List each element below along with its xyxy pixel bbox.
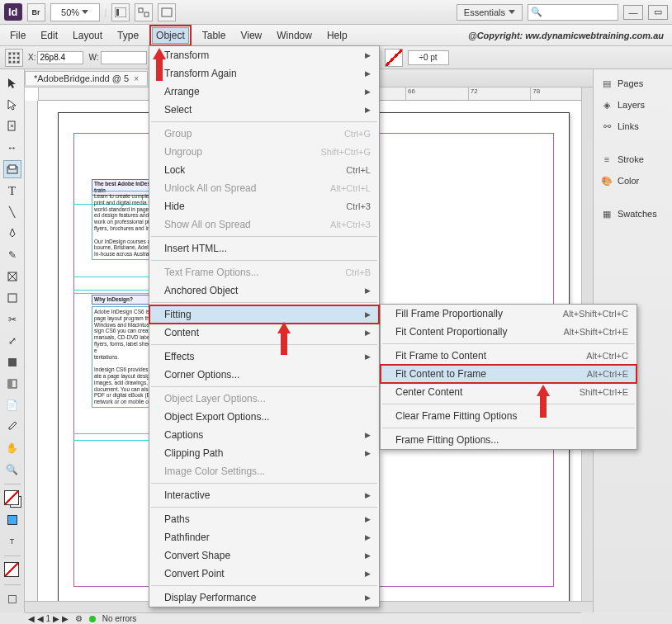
- color-panel-button[interactable]: 🎨Color: [597, 172, 669, 190]
- content-collector-tool[interactable]: [3, 160, 21, 178]
- menu-item-fit-content-proportionally[interactable]: Fit Content ProportionallyAlt+Shift+Ctrl…: [381, 323, 637, 341]
- menu-type[interactable]: Type: [116, 27, 140, 44]
- line-tool[interactable]: ╲: [3, 203, 21, 221]
- svg-rect-4: [162, 8, 172, 17]
- x-input[interactable]: [37, 51, 83, 64]
- menu-item-convert-shape[interactable]: Convert Shape▶: [149, 546, 379, 565]
- menu-item-label: Select: [164, 104, 192, 116]
- minimize-button[interactable]: —: [623, 5, 643, 20]
- gradient-swatch-tool[interactable]: [3, 353, 21, 371]
- menu-view[interactable]: View: [239, 27, 263, 44]
- pencil-tool[interactable]: ✎: [3, 246, 21, 264]
- menu-item-select[interactable]: Select▶: [149, 101, 379, 119]
- menu-edit[interactable]: Edit: [39, 27, 59, 44]
- menu-layout[interactable]: Layout: [71, 27, 104, 44]
- submenu-arrow-icon: ▶: [365, 310, 371, 319]
- menu-item-show-all-on-spread: Show All on SpreadAlt+Ctrl+3: [149, 215, 379, 234]
- menu-item-label: Text Frame Options...: [164, 267, 259, 278]
- divider: [4, 584, 21, 585]
- gradient-feather-tool[interactable]: [3, 375, 21, 393]
- menu-item-captions[interactable]: Captions▶: [149, 426, 379, 444]
- menu-item-insert-html[interactable]: Insert HTML...: [149, 239, 379, 258]
- x-label: X:: [28, 53, 35, 62]
- swatches-panel-button[interactable]: ▦Swatches: [597, 205, 669, 223]
- rectangle-tool[interactable]: [3, 289, 21, 307]
- menu-item-label: Transform: [164, 50, 209, 61]
- page-tool[interactable]: [3, 117, 21, 135]
- rectangle-frame-tool[interactable]: [3, 267, 21, 286]
- zoom-dropdown[interactable]: 50%: [50, 3, 100, 21]
- reference-point-icon[interactable]: [5, 49, 23, 67]
- selection-tool[interactable]: [3, 74, 21, 92]
- menu-item-transform-again[interactable]: Transform Again▶: [149, 64, 379, 83]
- status-bar: ◀ ◀ 1 ▶ ▶ ⚙ No errors: [25, 612, 581, 624]
- menu-file[interactable]: File: [8, 27, 27, 44]
- menu-item-object-export-options[interactable]: Object Export Options...: [149, 408, 379, 426]
- maximize-button[interactable]: ▭: [648, 5, 668, 20]
- direct-selection-tool[interactable]: [3, 96, 21, 114]
- fill-none-swatch[interactable]: [385, 49, 403, 67]
- menu-item-effects[interactable]: Effects▶: [149, 347, 379, 366]
- menu-item-clear-frame-fitting-options[interactable]: Clear Frame Fitting Options: [381, 407, 637, 425]
- menu-item-frame-fitting-options[interactable]: Frame Fitting Options...: [381, 431, 637, 449]
- search-input[interactable]: 🔍: [528, 4, 618, 21]
- menu-window[interactable]: Window: [275, 27, 314, 44]
- menu-item-center-content[interactable]: Center ContentShift+Ctrl+E: [381, 383, 637, 401]
- format-text-icon[interactable]: T: [3, 532, 21, 551]
- menu-item-paths[interactable]: Paths▶: [149, 510, 379, 528]
- bridge-icon[interactable]: Br: [27, 3, 45, 21]
- view-normal-icon[interactable]: [3, 590, 21, 608]
- menu-item-arrange[interactable]: Arrange▶: [149, 83, 379, 101]
- preflight-icon[interactable]: ⚙: [75, 614, 83, 623]
- menu-object[interactable]: Object: [152, 27, 189, 44]
- pages-panel-button[interactable]: ▤Pages: [597, 74, 669, 92]
- type-tool[interactable]: T: [3, 182, 21, 200]
- transform-tool[interactable]: ⤢: [3, 332, 21, 350]
- menu-item-pathfinder[interactable]: Pathfinder▶: [149, 528, 379, 546]
- stroke-weight-stepper[interactable]: ÷0 pt: [408, 50, 449, 65]
- menu-item-hide[interactable]: HideCtrl+3: [149, 197, 379, 215]
- menu-item-corner-options[interactable]: Corner Options...: [149, 366, 379, 384]
- page-nav[interactable]: ◀ ◀ 1 ▶ ▶: [28, 614, 69, 623]
- menu-item-label: Fit Content Proportionally: [395, 326, 507, 338]
- menu-item-display-performance[interactable]: Display Performance▶: [149, 589, 379, 607]
- menu-help[interactable]: Help: [325, 27, 349, 44]
- menu-item-content[interactable]: Content▶: [149, 324, 379, 342]
- menu-item-fit-content-to-frame[interactable]: Fit Content to FrameAlt+Ctrl+E: [381, 365, 637, 383]
- workspace-dropdown[interactable]: Essentials: [457, 4, 523, 21]
- menu-item-fill-frame-proportionally[interactable]: Fill Frame ProportionallyAlt+Shift+Ctrl+…: [381, 305, 637, 323]
- links-panel-button[interactable]: ⚯Links: [597, 117, 669, 135]
- hand-tool[interactable]: ✋: [3, 439, 21, 457]
- menu-item-fitting[interactable]: Fitting▶: [149, 305, 379, 324]
- w-input[interactable]: [101, 51, 147, 64]
- menubar: File Edit Layout Type Object Table View …: [0, 25, 672, 46]
- gap-tool[interactable]: ↔: [3, 139, 21, 157]
- submenu-arrow-icon: ▶: [365, 352, 371, 361]
- note-tool[interactable]: 📄: [3, 396, 21, 414]
- close-icon[interactable]: ×: [134, 74, 139, 83]
- menu-item-fit-frame-to-content[interactable]: Fit Frame to ContentAlt+Ctrl+C: [381, 347, 637, 365]
- format-container-icon[interactable]: [3, 511, 21, 529]
- scissors-tool[interactable]: ✂: [3, 310, 21, 329]
- menu-table[interactable]: Table: [201, 27, 228, 44]
- zoom-tool[interactable]: 🔍: [3, 461, 21, 479]
- menu-item-lock[interactable]: LockCtrl+L: [149, 161, 379, 179]
- shortcut-label: Alt+Ctrl+E: [587, 369, 628, 379]
- fill-stroke-swap[interactable]: [3, 489, 21, 508]
- submenu-arrow-icon: ▶: [365, 449, 371, 457]
- pen-tool[interactable]: [3, 225, 21, 243]
- w-field: W:: [88, 51, 146, 64]
- screen-mode-icon[interactable]: [158, 3, 176, 21]
- stroke-panel-button[interactable]: ≡Stroke: [597, 150, 669, 168]
- menu-item-clipping-path[interactable]: Clipping Path▶: [149, 444, 379, 462]
- layers-panel-button[interactable]: ◈Layers: [597, 96, 669, 114]
- apply-none-icon[interactable]: [3, 561, 21, 579]
- eyedropper-tool[interactable]: [3, 418, 21, 436]
- menu-item-anchored-object[interactable]: Anchored Object▶: [149, 281, 379, 300]
- document-tab[interactable]: *AdobeBridge.indd @ 5 ×: [25, 71, 148, 85]
- menu-item-convert-point[interactable]: Convert Point▶: [149, 565, 379, 583]
- arrange-icon[interactable]: [135, 3, 153, 21]
- menu-item-interactive[interactable]: Interactive▶: [149, 486, 379, 504]
- view-mode-icon[interactable]: [111, 3, 130, 21]
- menu-item-transform[interactable]: Transform▶: [149, 46, 379, 64]
